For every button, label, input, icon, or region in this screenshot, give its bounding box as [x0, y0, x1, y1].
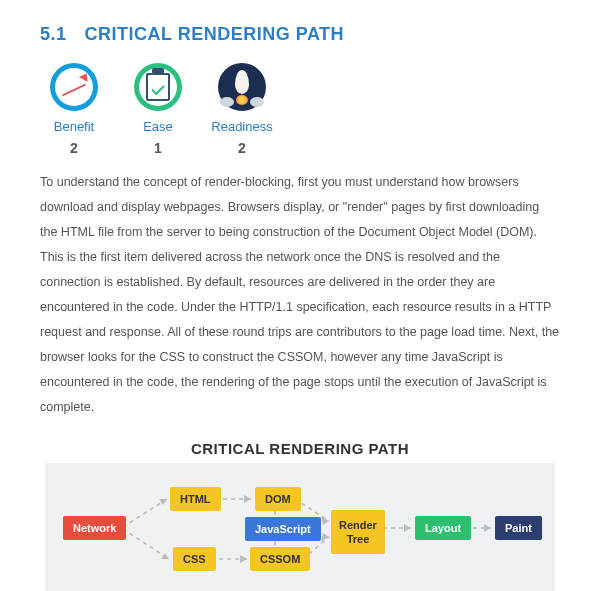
crp-diagram: CRITICAL RENDERING PATH Network HT	[34, 440, 566, 591]
metric-ease-value: 1	[154, 140, 162, 156]
node-layout: Layout	[415, 516, 471, 540]
page: 5.1CRITICAL RENDERING PATH Benefit 2 Eas…	[0, 0, 600, 591]
svg-marker-11	[321, 533, 329, 542]
metric-benefit-label: Benefit	[54, 119, 94, 134]
node-render-tree-l1: Render	[339, 518, 377, 532]
ease-icon	[134, 63, 182, 111]
metric-readiness-label: Readiness	[211, 119, 272, 134]
svg-marker-9	[321, 516, 329, 525]
svg-marker-5	[244, 495, 251, 503]
metric-ease: Ease 1	[130, 63, 186, 156]
svg-line-0	[123, 499, 167, 527]
node-network: Network	[63, 516, 126, 540]
section-number: 5.1	[40, 24, 67, 44]
node-css: CSS	[173, 547, 216, 571]
section-heading: 5.1CRITICAL RENDERING PATH	[40, 24, 560, 45]
metric-readiness-value: 2	[238, 140, 246, 156]
svg-marker-17	[484, 524, 491, 532]
metric-readiness: Readiness 2	[214, 63, 270, 156]
svg-line-2	[123, 529, 169, 559]
metric-ease-label: Ease	[143, 119, 173, 134]
benefit-icon	[50, 63, 98, 111]
diagram-title: CRITICAL RENDERING PATH	[34, 440, 566, 457]
metrics-row: Benefit 2 Ease 1 Readiness 2	[46, 63, 560, 156]
node-render-tree-l2: Tree	[339, 532, 377, 546]
intro-paragraph: To understand the concept of render-bloc…	[40, 170, 560, 420]
svg-marker-7	[240, 555, 247, 563]
section-title: CRITICAL RENDERING PATH	[85, 24, 345, 44]
node-render-tree: Render Tree	[331, 510, 385, 554]
node-javascript: JavaScript	[245, 517, 321, 541]
metric-benefit: Benefit 2	[46, 63, 102, 156]
node-paint: Paint	[495, 516, 542, 540]
node-dom: DOM	[255, 487, 301, 511]
diagram-canvas: Network HTML CSS DOM JavaScript CSSOM Re…	[45, 463, 555, 591]
readiness-icon	[218, 63, 266, 111]
node-cssom: CSSOM	[250, 547, 310, 571]
metric-benefit-value: 2	[70, 140, 78, 156]
svg-marker-3	[161, 553, 169, 559]
svg-marker-15	[404, 524, 411, 532]
node-html: HTML	[170, 487, 221, 511]
